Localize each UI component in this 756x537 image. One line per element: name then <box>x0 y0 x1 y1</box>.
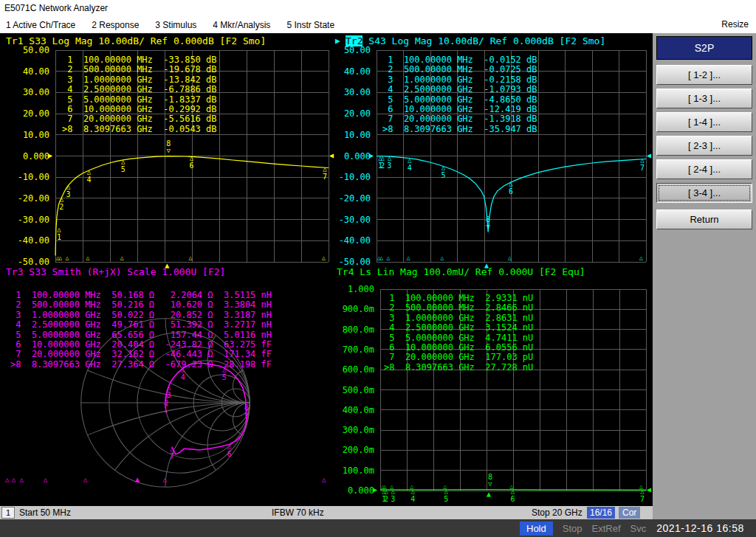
tr4-title-text: Ls Lin Mag 100.0mU/ Ref 0.000U [F2 Equ] <box>354 266 585 277</box>
tr3-title[interactable]: Tr3 S33 Smith (R+jX) Scale 1.000U [F2] <box>6 266 225 277</box>
datetime-display: 2021-12-16 16:58 <box>656 522 744 534</box>
marker-up-icon: △ <box>381 155 385 162</box>
start-frequency-label: Start 50 MHz <box>19 507 71 518</box>
tr3-stimulus-marker-row: △△△△△△△▲ <box>0 475 331 485</box>
tr4-title[interactable]: Tr4 Ls Lin Mag 100.0mU/ Ref 0.000U [F2 E… <box>337 266 585 277</box>
y-tick-label: 200.0m <box>343 445 374 455</box>
points-badge: 16/16 <box>587 507 615 519</box>
marker-table-row: 1 100.00000 MHz 2.9331 nU <box>384 294 533 303</box>
y-tick-label: 40.00 <box>344 66 371 77</box>
stimulus-marker-icon: △ <box>162 477 166 482</box>
softkey-1-3[interactable]: [ 1-3 ]... <box>656 89 752 108</box>
marker-table-row: 2 500.00000 MHz 2.8466 nU <box>384 303 533 313</box>
tr2-marker-table: 1 100.00000 MHz -0.0152 dB 2 500.00000 M… <box>382 55 537 134</box>
y-tick-label: 700.0m <box>343 344 374 355</box>
y-tick-label: -30.00 <box>339 215 371 225</box>
marker-8: 8▽ <box>488 473 492 488</box>
marker-table-row: 7 20.000000 GHz 177.03 pU <box>384 353 533 362</box>
status-bar-right-filler <box>653 506 756 519</box>
stimulus-marker-icon: △ <box>83 477 87 482</box>
marker-5: △5 <box>441 164 446 179</box>
marker-3: △3 <box>66 184 71 198</box>
y-tick-label: -10.00 <box>339 172 371 182</box>
marker-table-row: >8 8.3097663 GHz 27.728 nU <box>384 363 533 373</box>
marker-table-row: 4 2.5000000 GHz 49.761 Ω 51.392 Ω 3.2717… <box>10 320 272 330</box>
marker-7: △7 <box>170 446 174 460</box>
tr1-y-axis-labels: 50.0040.0030.0020.0010.000.000-10.00-20.… <box>10 50 52 262</box>
marker-up-icon: △ <box>57 226 61 233</box>
marker-table-row: 6 10.000000 GHz 6.0556 nU <box>384 343 533 353</box>
tr1-label[interactable]: Tr1 <box>6 35 23 46</box>
marker-5: △5 <box>444 488 448 503</box>
stimulus-marker-icon: △ <box>410 484 413 490</box>
stimulus-marker-icon: △ <box>66 255 69 261</box>
marker-up-icon: △ <box>441 164 445 171</box>
instrument-status-bar: Hold Stop ExtRef Svc 2021-12-16 16:58 <box>0 519 756 537</box>
stimulus-marker-icon: △ <box>441 255 444 261</box>
marker-up-icon: △ <box>181 367 185 373</box>
marker-6: △6 <box>511 488 515 503</box>
extref-indicator: ExtRef <box>592 523 621 534</box>
stop-frequency-label: Stop 20 GHz <box>532 507 583 518</box>
softkey-3-4[interactable]: [ 3-4 ]... <box>656 183 752 203</box>
marker-table-row: 1 100.00000 MHz -0.0152 dB <box>382 55 537 65</box>
stimulus-marker-icon: △ <box>386 255 390 261</box>
y-tick-label: -20.00 <box>18 193 49 204</box>
correction-badge: Cor <box>619 507 640 519</box>
marker-3: △3 <box>391 488 395 503</box>
marker-table-row: 4 2.5000000 GHz -1.0793 dB <box>382 85 537 94</box>
marker-table-row: 5 5.0000000 GHz 4.7411 nU <box>384 333 533 343</box>
marker-up-icon: △ <box>227 443 231 450</box>
stop-indicator: Stop <box>563 523 583 534</box>
instrument-window: E5071C Network Analyzer 1 Active Ch/Trac… <box>0 0 756 537</box>
menu-item-response[interactable]: 2 Response <box>92 20 139 30</box>
tr4-quadrant: Tr4 Ls Lin Mag 100.0mU/ Ref 0.000U [F2 E… <box>331 264 653 506</box>
menu-item-active-ch-trace[interactable]: 1 Active Ch/Trace <box>6 20 75 30</box>
y-tick-label: 0.000 <box>344 151 371 162</box>
softkey-1-2[interactable]: [ 1-2 ]... <box>656 65 752 85</box>
stimulus-marker-icon: △ <box>510 484 514 490</box>
menu-item-mkr-analysis[interactable]: 4 Mkr/Analysis <box>213 20 270 30</box>
active-trace-arrow-icon: ▶ <box>335 36 340 46</box>
menu-item-instr-state[interactable]: 5 Instr State <box>286 20 334 30</box>
marker-up-icon: △ <box>640 157 644 164</box>
resize-button[interactable]: Resize <box>721 16 749 33</box>
active-stimulus-marker-icon: ▲ <box>487 491 491 498</box>
marker-down-icon: ▽ <box>486 224 489 230</box>
marker-table-row: 6 10.000000 GHz 20.404 Ω -243.82 Ω 63.27… <box>10 340 272 350</box>
marker-table-row: 3 1.0000000 GHz -0.2158 dB <box>382 75 537 85</box>
tr3-marker-table: 1 100.00000 MHz 50.168 Ω 2.2064 Ω 3.5115… <box>10 291 272 370</box>
menu-item-stimulus[interactable]: 3 Stimulus <box>155 20 196 30</box>
tr3-label[interactable]: Tr3 <box>6 266 23 277</box>
marker-table-row: 6 10.000000 GHz -12.419 dB <box>382 105 537 114</box>
tr4-label[interactable]: Tr4 <box>337 266 354 277</box>
marker-up-icon: △ <box>167 384 171 391</box>
softkey-2-4[interactable]: [ 2-4 ]... <box>656 159 752 179</box>
tr3-title-text: S33 Smith (R+jX) Scale 1.000U [F2] <box>23 266 225 277</box>
tr2-quadrant: ▶ Tr2 S43 Log Mag 10.00dB/ Ref 0.000dB [… <box>331 33 653 264</box>
softkey-1-4[interactable]: [ 1-4 ]... <box>656 112 752 132</box>
marker-8: 8▽ <box>244 403 249 418</box>
stimulus-marker-icon: △ <box>12 477 16 482</box>
y-tick-label: 600.0m <box>343 364 374 375</box>
marker-6: △6 <box>227 443 231 458</box>
marker-table-row: 6 10.000000 GHz -0.2992 dB <box>62 105 217 114</box>
marker-down-icon: ▽ <box>166 148 170 154</box>
marker-table-row: >8 8.3097663 GHz 27.364 Ω -679.23 Ω 28.1… <box>10 360 272 370</box>
softkey-2-3[interactable]: [ 2-3 ]... <box>656 136 752 156</box>
softkey-return[interactable]: Return <box>656 209 752 229</box>
marker-7: △7 <box>640 488 645 503</box>
tr2-title[interactable]: Tr2 S43 Log Mag 10.00dB/ Ref 0.000dB [F2… <box>346 35 605 46</box>
ref-level-arrow-left-icon: ▶ <box>373 486 377 493</box>
y-tick-label: 50.00 <box>23 45 49 55</box>
tr1-title-text: S33 Log Mag 10.00dB/ Ref 0.000dB [F2 Smo… <box>23 35 266 46</box>
y-tick-label: 800.0m <box>343 325 374 335</box>
marker-table-row: >8 8.3097663 GHz -35.947 dB <box>382 125 537 134</box>
ref-level-arrow-left-icon: ▶ <box>48 152 52 159</box>
ref-level-arrow-right-icon: ◀ <box>647 152 651 159</box>
marker-2: △2 <box>384 488 388 503</box>
y-tick-label: 20.00 <box>344 108 371 119</box>
marker-4: △4 <box>86 169 91 184</box>
tr4-marker-table: 1 100.00000 MHz 2.9331 nU 2 500.00000 MH… <box>384 294 533 373</box>
stimulus-marker-icon: △ <box>322 255 326 261</box>
